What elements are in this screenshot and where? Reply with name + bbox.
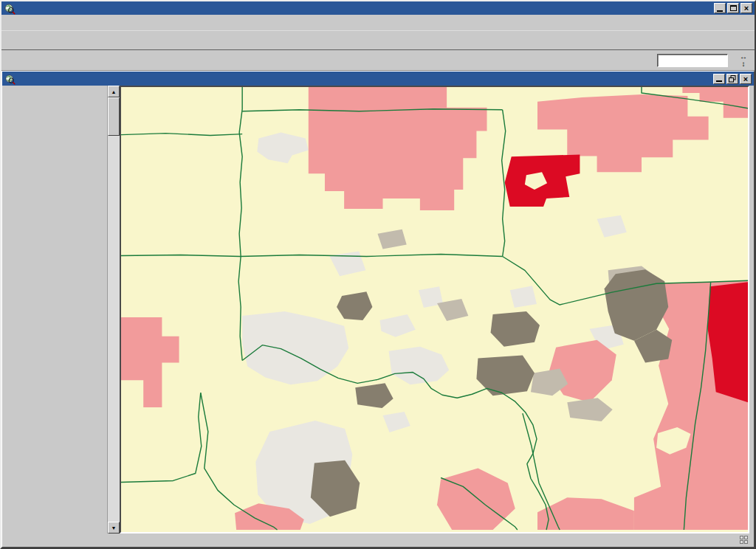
up-down-arrow-icon: ↕ — [742, 60, 746, 68]
app-maximize-button[interactable] — [727, 3, 739, 13]
scroll-thumb[interactable] — [108, 97, 120, 136]
map-viewport[interactable] — [120, 86, 749, 534]
tools-toolbar: ↔ ↕ — [1, 50, 755, 71]
app-globe-icon — [4, 3, 16, 14]
doc-bottom-frame — [2, 534, 754, 547]
main-toolbar — [1, 30, 755, 50]
app-minimize-button[interactable] — [714, 3, 726, 13]
doc-minimize-button[interactable] — [713, 74, 725, 84]
scroll-track[interactable] — [108, 97, 120, 522]
menu-bar — [1, 15, 755, 30]
doc-body: ▲ ▼ — [2, 86, 754, 534]
map-canvas — [121, 87, 748, 532]
doc-close-button[interactable]: × — [740, 74, 752, 84]
scale-input[interactable] — [657, 54, 728, 67]
doc-globe-icon — [4, 74, 16, 84]
document-window: × ▲ ▼ — [1, 71, 755, 548]
app-close-button[interactable]: × — [740, 3, 752, 13]
app-titlebar[interactable]: × — [1, 1, 755, 15]
scroll-down-button[interactable]: ▼ — [108, 522, 120, 534]
scroll-up-button[interactable]: ▲ — [108, 86, 120, 97]
doc-restore-button[interactable] — [726, 74, 738, 84]
doc-titlebar[interactable]: × — [2, 72, 754, 86]
legend-scrollbar[interactable]: ▲ ▼ — [107, 86, 120, 534]
legend-panel — [2, 86, 107, 534]
application-window: × ↔ ↕ — [0, 0, 756, 549]
scale-area: ↔ ↕ — [651, 53, 755, 68]
resize-grip[interactable] — [740, 536, 749, 545]
